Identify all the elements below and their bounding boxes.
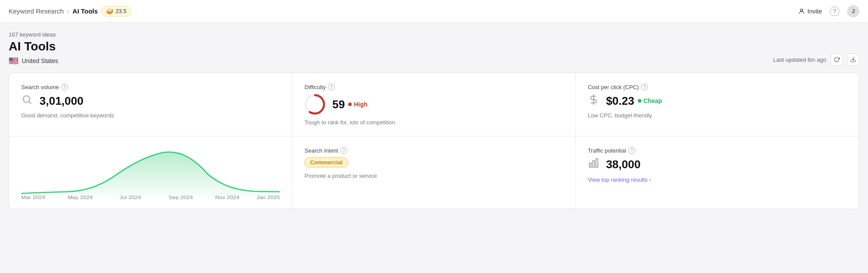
search-volume-card: Search volume ? 3,01,000 Good demand, co… [9, 73, 292, 136]
avatar[interactable]: J [847, 5, 859, 17]
difficulty-label: Difficulty ? [304, 83, 563, 90]
trend-chart: Mar 2024 May 2024 Jul 2024 Sep 2024 Nov … [21, 143, 280, 200]
breadcrumb: Keyword Research › AI Tools 🥪 23.5 [9, 6, 131, 17]
person-icon [798, 8, 805, 15]
breadcrumb-keyword[interactable]: Keyword Research [9, 7, 64, 15]
cards-grid: Search volume ? 3,01,000 Good demand, co… [9, 73, 859, 209]
topbar-right: Invite ? J [798, 5, 859, 17]
svg-rect-15 [596, 159, 597, 167]
cpc-info[interactable]: ? [641, 83, 648, 90]
cheap-dot [638, 99, 641, 103]
download-button[interactable] [847, 53, 859, 66]
svg-text:Nov 2024: Nov 2024 [215, 195, 239, 200]
view-top-ranking-link[interactable]: View top ranking results › [588, 176, 651, 183]
header-actions: Last updated 6m ago [773, 53, 859, 66]
traffic-value: 38,000 [606, 158, 641, 171]
search-volume-sub: Good demand, competitive keywords [21, 112, 280, 119]
svg-text:Jan 2025: Jan 2025 [257, 195, 280, 200]
difficulty-value: 59 High [332, 98, 367, 111]
cpc-main: $0.23 Cheap [588, 94, 847, 108]
high-dot [348, 103, 352, 106]
avatar-label: J [851, 8, 855, 14]
credits-badge: 🥪 23.5 [101, 6, 131, 17]
search-intent-info[interactable]: ? [340, 147, 347, 154]
chart-card: Mar 2024 May 2024 Jul 2024 Sep 2024 Nov … [9, 136, 292, 209]
country-label: United States [22, 57, 58, 64]
difficulty-badge: High [348, 101, 367, 108]
page-title: AI Tools [9, 40, 58, 53]
difficulty-card: Difficulty ? 59 High Tou [292, 73, 575, 136]
invite-button[interactable]: Invite [798, 8, 822, 15]
traffic-potential-card: Traffic potential ? 38,000 View top rank… [576, 136, 859, 209]
svg-point-2 [23, 96, 30, 102]
dollar-icon [588, 94, 599, 108]
search-volume-main: 3,01,000 [21, 94, 280, 108]
svg-line-3 [29, 102, 31, 104]
keyword-ideas-count: 167 keyword ideas [9, 31, 58, 38]
difficulty-info[interactable]: ? [328, 83, 335, 90]
country-row: 🇺🇸 United States [9, 56, 58, 66]
invite-label: Invite [808, 8, 822, 15]
breadcrumb-chevron: › [67, 8, 69, 14]
view-top-link-wrap: View top ranking results › [588, 176, 847, 183]
difficulty-sub: Tough to rank for, lots of competition [304, 119, 563, 126]
page-header: 167 keyword ideas AI Tools 🇺🇸 United Sta… [9, 31, 58, 66]
cpc-badge: Cheap [638, 97, 662, 104]
search-volume-value: 3,01,000 [40, 94, 83, 108]
bar-chart-icon [588, 157, 599, 171]
commercial-badge: Commercial [304, 157, 348, 167]
svg-text:Jul 2024: Jul 2024 [119, 195, 141, 200]
search-volume-label: Search volume ? [21, 83, 280, 90]
refresh-button[interactable] [831, 53, 843, 66]
svg-rect-13 [589, 163, 591, 167]
svg-rect-14 [592, 161, 594, 167]
cpc-sub: Low CPC, budget-friendly [588, 112, 847, 119]
search-intent-card: Search Intent ? Commercial Promote a pro… [292, 136, 575, 209]
main-content: 167 keyword ideas AI Tools 🇺🇸 United Sta… [0, 23, 868, 218]
credits-icon: 🥪 [106, 8, 113, 15]
svg-text:May 2024: May 2024 [68, 195, 93, 200]
search-volume-info[interactable]: ? [61, 83, 68, 90]
svg-text:Mar 2024: Mar 2024 [21, 195, 46, 200]
last-updated: Last updated 6m ago [773, 57, 826, 63]
difficulty-donut [304, 94, 325, 115]
search-icon [21, 94, 33, 108]
cpc-value: $0.23 Cheap [606, 94, 662, 108]
credits-value: 23.5 [116, 8, 126, 14]
svg-point-0 [800, 9, 802, 11]
svg-text:Sep 2024: Sep 2024 [168, 195, 193, 200]
traffic-potential-label: Traffic potential ? [588, 147, 847, 154]
search-intent-sub: Promote a product or service [304, 173, 563, 179]
difficulty-main: 59 High [304, 94, 563, 115]
search-intent-badge-wrap: Commercial [304, 157, 563, 167]
breadcrumb-current: AI Tools [73, 7, 98, 15]
search-intent-label: Search Intent ? [304, 147, 563, 154]
refresh-icon [834, 57, 840, 63]
traffic-potential-info[interactable]: ? [628, 147, 635, 154]
header-row: 167 keyword ideas AI Tools 🇺🇸 United Sta… [9, 31, 859, 66]
help-label: ? [833, 8, 836, 14]
help-icon[interactable]: ? [830, 7, 839, 16]
cpc-label: Cost per click (CPC) ? [588, 83, 847, 90]
download-icon [850, 57, 856, 63]
traffic-potential-main: 38,000 [588, 157, 847, 171]
cpc-card: Cost per click (CPC) ? $0.23 Cheap [576, 73, 859, 136]
topbar: Keyword Research › AI Tools 🥪 23.5 Invit… [0, 0, 868, 23]
flag-icon: 🇺🇸 [9, 56, 18, 66]
